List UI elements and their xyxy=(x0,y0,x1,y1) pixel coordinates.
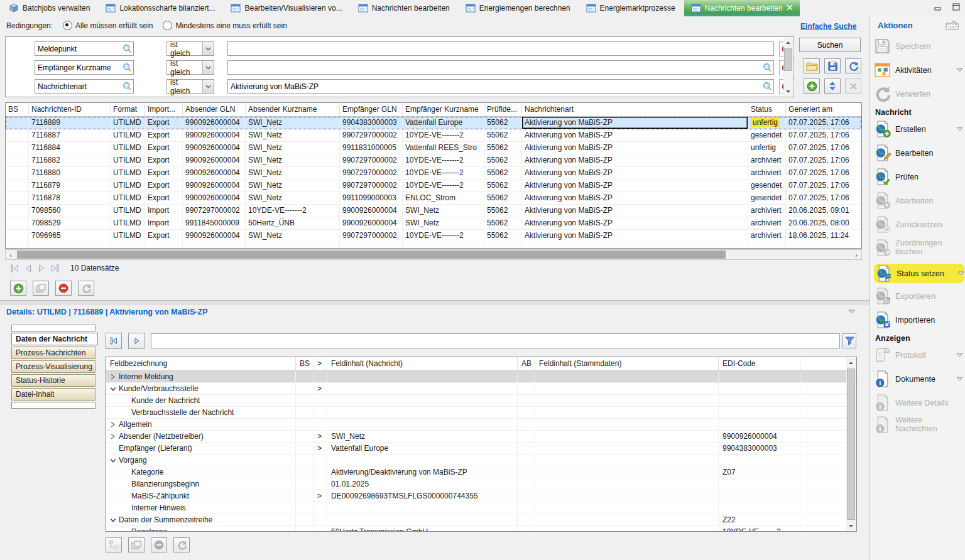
details-filter-input[interactable] xyxy=(151,333,840,348)
column-header[interactable]: Empfänger Kurzname xyxy=(403,103,484,116)
table-row[interactable]: 7116884UTILMDExport9900926000004SWI_Netz… xyxy=(6,142,861,154)
table-row[interactable]: 7098529UTILMDImport991184500000950Hertz_… xyxy=(6,217,861,230)
nav-next-icon[interactable] xyxy=(38,264,45,272)
column-header[interactable]: Feldbezeichnung xyxy=(106,357,296,370)
expander-collapsed-icon[interactable] xyxy=(110,433,116,439)
details-tree-row[interactable]: Verbrauchsstelle der Nachricht xyxy=(106,407,856,419)
add-condition-button[interactable] xyxy=(804,78,820,94)
details-tree-row[interactable]: Daten der SummenzeitreiheZ22 xyxy=(106,514,856,526)
table-row[interactable]: 7116880UTILMDExport9900926000004SWI_Netz… xyxy=(6,167,861,180)
add-message-button[interactable] xyxy=(10,281,26,296)
details-tree-row[interactable]: KategorieAktivierung/Deaktivierung von M… xyxy=(106,466,856,478)
nav-next-record-button[interactable] xyxy=(128,333,144,349)
filter-field-value[interactable] xyxy=(38,82,121,91)
reset-filter-button[interactable] xyxy=(845,58,861,73)
action-pr-fen[interactable]: Prüfen xyxy=(874,168,963,185)
action-status-setzen[interactable]: Status setzen xyxy=(874,264,964,283)
dropdown-icon[interactable] xyxy=(956,68,963,72)
table-row[interactable]: 7116889UTILMDExport9900926000004SWI_Netz… xyxy=(6,117,861,129)
dropdown-icon[interactable] xyxy=(957,271,964,276)
filter-operator-select[interactable]: ist gleich xyxy=(166,41,214,56)
search-button[interactable]: Suchen xyxy=(799,38,861,52)
horizontal-scrollbar[interactable]: ‹ › xyxy=(5,249,862,260)
details-tab-2[interactable]: Prozess-Visualisierung xyxy=(11,360,95,373)
page-last-button[interactable] xyxy=(50,264,60,272)
filter-field-input[interactable] xyxy=(35,60,134,75)
condition-option-0[interactable]: Alle müssen erfüllt sein xyxy=(63,21,153,30)
column-header[interactable]: AB xyxy=(518,357,535,370)
page-next-button[interactable] xyxy=(38,264,45,272)
expander-expanded-icon[interactable] xyxy=(110,386,116,392)
action-importieren[interactable]: Importieren xyxy=(874,311,963,328)
scroll-up-button[interactable] xyxy=(783,38,793,47)
scroll-up-button[interactable] xyxy=(846,358,856,367)
filter-value-input[interactable] xyxy=(227,79,774,94)
filter-value-text[interactable] xyxy=(231,63,760,72)
scroll-down-button[interactable] xyxy=(846,521,856,530)
load-filter-button[interactable] xyxy=(804,58,820,73)
scroll-down-button[interactable] xyxy=(783,87,793,96)
scrollbar-thumb[interactable] xyxy=(784,48,792,71)
scrollbar-thumb[interactable] xyxy=(17,250,726,259)
restore-icon[interactable] xyxy=(952,3,960,11)
column-header[interactable]: Absender Kurzname xyxy=(246,103,340,116)
column-header[interactable]: BS xyxy=(6,103,29,116)
filter-field-value[interactable] xyxy=(38,63,121,72)
search-icon[interactable] xyxy=(763,82,772,91)
tab-2[interactable]: Bearbeiten/Visualisieren vo... xyxy=(224,0,349,16)
column-header[interactable]: > xyxy=(313,357,327,370)
expander-expanded-icon[interactable] xyxy=(110,458,116,463)
tree-expander[interactable] xyxy=(110,374,119,380)
scrollbar-thumb[interactable] xyxy=(847,369,855,520)
search-icon[interactable] xyxy=(123,44,132,53)
filter-value-text[interactable] xyxy=(231,82,760,91)
condition-option-1[interactable]: Mindestens eine muss erfüllt sein xyxy=(163,21,286,30)
filter-field-value[interactable] xyxy=(38,45,121,53)
filter-field-input[interactable] xyxy=(35,41,134,56)
remove-message-button[interactable] xyxy=(55,281,72,296)
action-bearbeiten[interactable]: Bearbeiten xyxy=(874,144,963,161)
search-icon[interactable] xyxy=(123,82,132,91)
filter-operator-select[interactable]: ist gleich xyxy=(166,79,214,94)
table-row[interactable]: 7116882UTILMDExport9900926000004SWI_Netz… xyxy=(6,154,861,167)
minimize-icon[interactable] xyxy=(934,4,942,11)
simple-search-link[interactable]: Einfache Suche xyxy=(800,22,856,31)
column-header[interactable]: EDI-Code xyxy=(719,357,800,370)
details-tree-row[interactable]: Vorgang xyxy=(106,455,856,466)
details-splitter[interactable] xyxy=(0,300,870,304)
nav-first-icon[interactable] xyxy=(10,264,19,272)
page-prev-button[interactable] xyxy=(25,264,32,272)
details-tree-row[interactable]: Interner Hinweis xyxy=(106,502,856,514)
column-header[interactable]: Nachrichtenart xyxy=(522,103,748,116)
filter-value-text[interactable] xyxy=(231,45,760,53)
details-tree-row[interactable]: Allgemein xyxy=(106,419,856,431)
search-icon[interactable] xyxy=(123,63,132,72)
details-tree-row[interactable]: Interne Meldung xyxy=(106,371,856,383)
column-header[interactable]: Feldinhalt (Nachricht) xyxy=(327,357,518,370)
details-tab-4[interactable]: Datei-Inhalt xyxy=(11,388,95,401)
nav-first-record-button[interactable] xyxy=(106,333,122,349)
column-header[interactable]: Nachrichten-ID xyxy=(29,103,111,116)
tree-expander[interactable] xyxy=(110,458,119,463)
details-tab-0[interactable]: Daten der Nachricht xyxy=(11,333,98,345)
details-tree-row[interactable]: Bilanzierungsbeginn01.01.2025 xyxy=(106,478,856,490)
tab-active-6[interactable]: Nachrichten bearbeiten xyxy=(684,0,800,16)
reorder-conditions-button[interactable] xyxy=(824,78,841,94)
tree-expander[interactable] xyxy=(110,421,119,428)
column-header[interactable]: Absender GLN xyxy=(183,103,246,116)
filter-value-input[interactable] xyxy=(227,41,774,56)
expander-expanded-icon[interactable] xyxy=(110,517,116,523)
keyboard-icon[interactable] xyxy=(946,20,959,30)
scroll-right-icon[interactable]: › xyxy=(851,250,861,259)
tab-3[interactable]: Nachrichten bearbeiten xyxy=(351,0,457,16)
tab-4[interactable]: Energiemengen berechnen xyxy=(459,0,577,16)
action-dokumente[interactable]: Dokumente xyxy=(874,370,963,387)
expander-collapsed-icon[interactable] xyxy=(110,421,116,428)
details-filter-button[interactable] xyxy=(842,333,856,348)
column-header[interactable]: Import... xyxy=(145,103,183,116)
details-tree-row[interactable]: Absender (Netzbetreiber)>SWI_Netz9900926… xyxy=(106,431,856,443)
tab-5[interactable]: Energiemarktprozesse xyxy=(579,0,682,16)
column-header[interactable]: Prüfide... xyxy=(484,103,522,116)
table-row[interactable]: 7096965UTILMDExport9900926000004SWI_Netz… xyxy=(6,230,861,242)
filter-value-input[interactable] xyxy=(227,60,774,75)
